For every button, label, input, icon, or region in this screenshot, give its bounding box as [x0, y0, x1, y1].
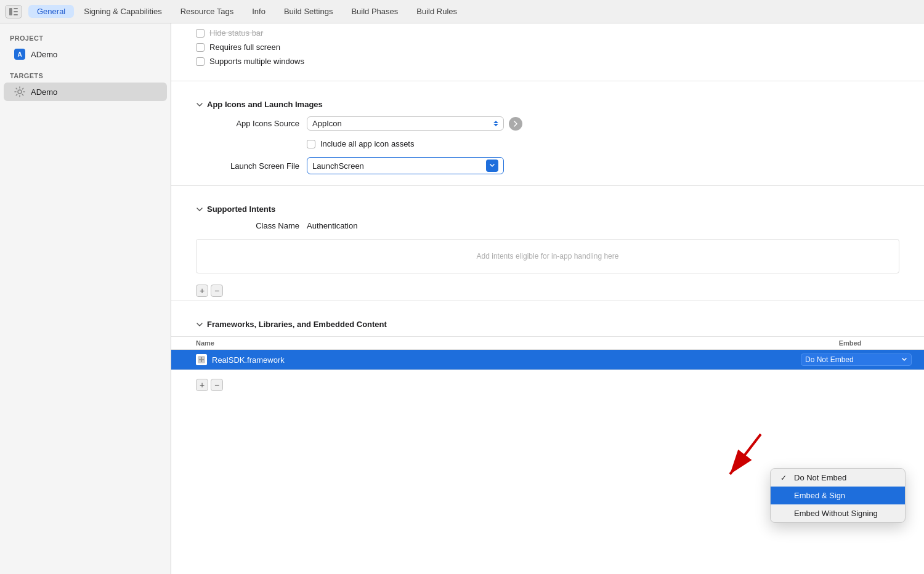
intents-chevron[interactable] [196, 206, 203, 213]
hide-status-bar-label: Hide status bar [209, 28, 263, 38]
gear-dotted-icon [14, 86, 25, 97]
intents-empty-hint: Add intents eligible for in-app handling… [197, 240, 899, 273]
supports-multiple-windows-row: Supports multiple windows [196, 57, 899, 66]
target-icon [14, 86, 26, 98]
app-icons-section: App Icons and Launch Images App Icons So… [171, 81, 924, 174]
embed-dropdown-value: Do Not Embed [805, 355, 854, 364]
requires-full-screen-row: Requires full screen [196, 42, 899, 52]
dropdown-item-embed-sign[interactable]: Embed & Sign [771, 487, 905, 504]
requires-full-screen-label: Requires full screen [209, 42, 280, 52]
include-all-icons-label: Include all app icon assets [320, 139, 414, 148]
col-header-name: Name [196, 339, 788, 347]
framework-name: RealSDK.framework [212, 355, 801, 365]
framework-embed-dropdown[interactable]: Do Not Embed [801, 354, 912, 366]
sidebar: PROJECT A ADemo TARGETS ADemo [0, 23, 171, 574]
intents-section-title: Supported Intents [207, 204, 275, 214]
do-not-embed-label: Do Not Embed [794, 473, 846, 482]
app-icons-source-control: AppIcon [307, 116, 522, 131]
launch-screen-control: LaunchScreen [307, 157, 504, 174]
tab-signing[interactable]: Signing & Capabilities [75, 5, 170, 18]
svg-rect-0 [9, 8, 12, 15]
include-all-control: Include all app icon assets [307, 139, 414, 148]
tab-build-settings[interactable]: Build Settings [275, 5, 342, 18]
class-name-row: Class Name Authentication [196, 221, 899, 230]
hide-status-bar-checkbox[interactable] [196, 29, 205, 38]
tab-general[interactable]: General [28, 5, 74, 18]
include-all-icons-row: Include all app icon assets [196, 139, 899, 148]
app-icons-source-row: App Icons Source AppIcon [196, 116, 899, 131]
tab-build-rules[interactable]: Build Rules [408, 5, 466, 18]
app-icons-header-row: App Icons and Launch Images [196, 91, 899, 116]
dropdown-item-do-not-embed[interactable]: ✓ Do Not Embed [771, 469, 905, 487]
sidebar-target-label: ADemo [31, 87, 57, 97]
app-icons-source-label: App Icons Source [208, 119, 307, 128]
tab-build-phases[interactable]: Build Phases [342, 5, 407, 18]
app-icon-blue: A [14, 49, 25, 60]
frameworks-table-header: Name Embed [171, 336, 924, 350]
app-icons-source-select[interactable]: AppIcon [307, 116, 504, 131]
frameworks-remove-button[interactable]: − [211, 379, 223, 391]
project-header: PROJECT [0, 31, 171, 44]
intents-add-remove-row: + − [171, 281, 924, 301]
col-header-embed: Embed [788, 339, 912, 347]
top-checkboxes-section: Hide status bar Requires full screen Sup… [171, 23, 924, 81]
app-icons-chevron[interactable] [196, 101, 203, 108]
launch-screen-row: Launch Screen File LaunchScreen [196, 157, 899, 174]
frameworks-add-button[interactable]: + [196, 379, 208, 391]
frameworks-chevron[interactable] [196, 321, 203, 328]
supports-multiple-windows-label: Supports multiple windows [209, 57, 304, 66]
dropdown-item-embed-without-signing[interactable]: Embed Without Signing [771, 504, 905, 522]
framework-row-realsdk[interactable]: RealSDK.framework Do Not Embed [171, 350, 924, 370]
sidebar-item-target-ademo[interactable]: ADemo [4, 83, 167, 101]
class-name-value: Authentication [307, 221, 357, 230]
frameworks-header-row: Frameworks, Libraries, and Embedded Cont… [196, 311, 899, 336]
intents-section: Supported Intents Class Name Authenticat… [171, 186, 924, 230]
embed-dropdown-menu: ✓ Do Not Embed Embed & Sign Embed Withou… [770, 468, 906, 523]
app-icons-source-navigate-button[interactable] [509, 117, 522, 131]
sidebar-project-label: ADemo [31, 50, 57, 59]
targets-header: TARGETS [0, 68, 171, 82]
embed-without-signing-label: Embed Without Signing [794, 509, 878, 518]
svg-rect-2 [14, 11, 18, 12]
app-icons-source-value: AppIcon [312, 119, 488, 128]
hide-status-bar-row: Hide status bar [196, 28, 899, 38]
intents-header-row: Supported Intents [196, 196, 899, 221]
supports-multiple-windows-checkbox[interactable] [196, 57, 205, 66]
requires-full-screen-checkbox[interactable] [196, 43, 205, 52]
tab-info[interactable]: Info [243, 5, 274, 18]
tab-bar: General Signing & Capabilities Resource … [0, 0, 924, 23]
frameworks-bottom-row [171, 370, 924, 375]
launch-screen-select[interactable]: LaunchScreen [307, 157, 504, 174]
launch-screen-label: Launch Screen File [208, 161, 307, 171]
frameworks-section-title: Frameworks, Libraries, and Embedded Cont… [207, 320, 387, 329]
launch-screen-arrow[interactable] [486, 160, 498, 172]
intents-table: Add intents eligible for in-app handling… [196, 239, 899, 273]
frameworks-section: Frameworks, Libraries, and Embedded Cont… [171, 301, 924, 336]
sidebar-item-project[interactable]: A ADemo [4, 45, 167, 63]
class-name-control: Authentication [307, 221, 357, 230]
frameworks-add-remove-row: + − [171, 375, 924, 395]
do-not-embed-check: ✓ [780, 474, 789, 482]
launch-screen-value: LaunchScreen [312, 161, 486, 171]
intents-remove-button[interactable]: − [211, 285, 223, 297]
svg-rect-3 [14, 14, 18, 15]
svg-rect-1 [14, 8, 18, 9]
tab-resource-tags[interactable]: Resource Tags [172, 5, 242, 18]
sidebar-toggle-button[interactable] [5, 5, 22, 18]
project-app-icon: A [14, 48, 26, 60]
intents-add-button[interactable]: + [196, 285, 208, 297]
include-all-icons-checkbox[interactable] [307, 140, 315, 148]
embed-sign-label: Embed & Sign [794, 491, 845, 500]
class-name-label: Class Name [208, 221, 307, 230]
framework-icon [196, 354, 207, 365]
app-icons-section-title: App Icons and Launch Images [207, 100, 323, 109]
svg-point-4 [18, 90, 22, 94]
